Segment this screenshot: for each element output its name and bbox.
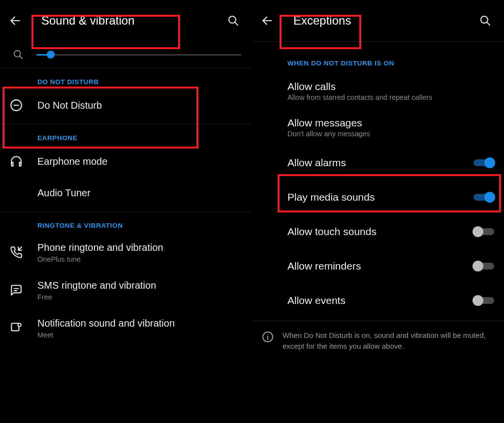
allow-reminders-switch[interactable]: [473, 260, 494, 272]
arrow-left-icon: [9, 14, 22, 27]
volume-slider-row[interactable]: [0, 41, 252, 68]
svg-point-11: [18, 323, 21, 327]
allow-messages-label: Allow messages: [287, 117, 494, 129]
notification-icon: [10, 322, 23, 334]
notification-sound-sub: Meet: [37, 331, 242, 339]
search-icon: [227, 15, 239, 27]
sound-vibration-screen: Sound & vibration DO NOT DISTURB Do: [0, 0, 252, 423]
svg-line-14: [487, 22, 490, 25]
search-button[interactable]: [477, 13, 493, 29]
dnd-info-text: When Do Not Disturb is on, sound and vib…: [283, 330, 494, 352]
allow-reminders-item[interactable]: Allow reminders: [252, 249, 504, 283]
section-header-dnd: DO NOT DISTURB: [0, 68, 252, 90]
svg-line-2: [235, 22, 238, 25]
allow-calls-sub: Allow from starred contacts and repeat c…: [287, 93, 494, 101]
audio-tuner-label: Audio Tuner: [37, 186, 242, 200]
allow-events-switch[interactable]: [473, 295, 494, 306]
volume-slider-track[interactable]: [36, 54, 241, 56]
allow-calls-label: Allow calls: [287, 81, 494, 92]
section-header-when-dnd: WHEN DO NOT DISTURB IS ON: [252, 42, 504, 73]
allow-alarms-switch[interactable]: [473, 157, 494, 169]
sound-vibration-header: Sound & vibration: [0, 0, 252, 41]
page-title: Exceptions: [284, 8, 360, 33]
allow-alarms-label: Allow alarms: [287, 157, 473, 169]
audio-tuner-item[interactable]: Audio Tuner: [0, 177, 252, 209]
svg-point-17: [267, 334, 268, 335]
play-media-item[interactable]: Play media sounds: [252, 180, 504, 214]
notification-sound-item[interactable]: Notification sound and vibration Meet: [0, 309, 252, 347]
play-media-label: Play media sounds: [287, 191, 473, 203]
do-not-disturb-label: Do Not Disturb: [37, 99, 242, 112]
search-button[interactable]: [225, 13, 241, 29]
allow-touch-item[interactable]: Allow touch sounds: [252, 214, 504, 249]
volume-slider-knob[interactable]: [47, 51, 55, 59]
dnd-info-row: When Do Not Disturb is on, sound and vib…: [252, 321, 504, 357]
back-button[interactable]: [8, 13, 23, 28]
allow-calls-item[interactable]: Allow calls Allow from starred contacts …: [252, 73, 504, 109]
section-header-ringtone: RINGTONE & VIBRATION: [0, 212, 252, 233]
phone-ringtone-sub: OnePlus tune: [37, 255, 242, 263]
search-icon: [479, 15, 491, 27]
phone-ringtone-label: Phone ringtone and vibration: [37, 241, 242, 254]
do-not-disturb-item[interactable]: Do Not Disturb: [0, 90, 252, 121]
back-button[interactable]: [260, 13, 275, 28]
play-media-switch[interactable]: [473, 191, 494, 203]
notification-sound-label: Notification sound and vibration: [37, 317, 242, 330]
allow-events-label: Allow events: [287, 295, 473, 306]
sms-ringtone-sub: Free: [37, 293, 242, 301]
allow-touch-switch[interactable]: [473, 226, 494, 238]
exceptions-header: Exceptions: [252, 0, 504, 41]
allow-events-item[interactable]: Allow events: [252, 283, 504, 318]
dnd-icon: [10, 99, 23, 112]
phone-ringtone-item[interactable]: Phone ringtone and vibration OnePlus tun…: [0, 233, 252, 271]
allow-reminders-label: Allow reminders: [287, 260, 473, 272]
search-icon: [11, 47, 26, 62]
page-title: Sound & vibration: [32, 8, 143, 33]
sms-ringtone-label: SMS ringtone and vibration: [37, 279, 242, 292]
exceptions-screen: Exceptions WHEN DO NOT DISTURB IS ON All…: [252, 0, 504, 423]
sms-ringtone-item[interactable]: SMS ringtone and vibration Free: [0, 271, 252, 309]
phone-incoming-icon: [10, 246, 23, 259]
allow-touch-label: Allow touch sounds: [287, 226, 473, 238]
info-icon: [262, 331, 274, 343]
headphones-icon: [10, 155, 23, 168]
svg-line-4: [20, 56, 22, 59]
allow-messages-item[interactable]: Allow messages Don't allow any messages: [252, 109, 504, 146]
earphone-mode-item[interactable]: Earphone mode: [0, 146, 252, 177]
message-icon: [10, 284, 23, 297]
allow-messages-sub: Don't allow any messages: [287, 130, 494, 138]
arrow-left-icon: [261, 14, 274, 27]
allow-alarms-item[interactable]: Allow alarms: [252, 146, 504, 180]
earphone-mode-label: Earphone mode: [37, 155, 242, 168]
section-header-earphone: EARPHONE: [0, 124, 252, 146]
